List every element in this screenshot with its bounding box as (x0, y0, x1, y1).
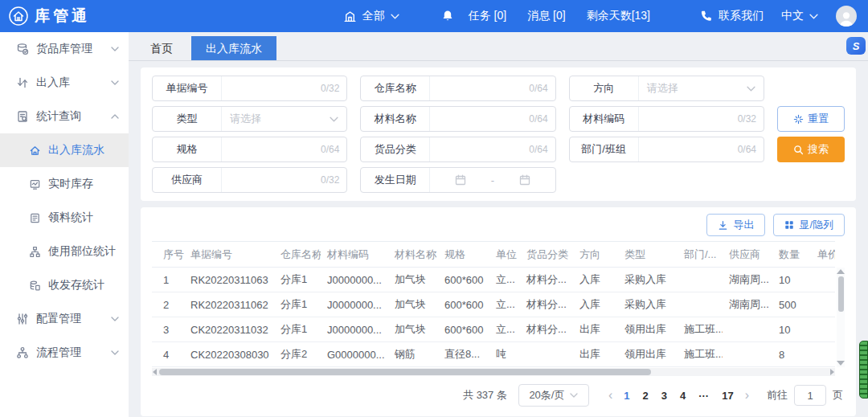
green-scroll-widget[interactable] (859, 341, 868, 399)
sidebar-item-goods-management[interactable]: 货品库管理 (0, 32, 129, 66)
table-cell: 分库2 (274, 342, 321, 367)
page-size-select[interactable]: 20条/页 (518, 384, 589, 407)
tab-inout-flow[interactable]: 出入库流水 (191, 36, 276, 60)
page-number[interactable]: ··· (698, 390, 709, 402)
category-input[interactable] (430, 137, 529, 161)
columns-label: 显/隐列 (799, 218, 833, 232)
supplier-input[interactable] (222, 168, 321, 192)
goto-page-input[interactable] (794, 385, 826, 406)
sidebar-item-config-management[interactable]: 配置管理 (0, 302, 129, 336)
scroll-left-arrow-icon[interactable] (153, 369, 157, 375)
calendar-icon[interactable] (455, 174, 466, 186)
sidebar-item-label: 收发存统计 (48, 278, 104, 292)
column-header: 部门/... (678, 242, 723, 268)
department-input[interactable] (639, 137, 738, 161)
next-page-button[interactable]: › (745, 388, 749, 403)
table-cell: 600*600 (438, 292, 489, 317)
sidebar-item-inout-flow[interactable]: 出入库流水 (0, 133, 129, 167)
table-cell: 2 (152, 292, 184, 317)
char-counter: 0/64 (738, 144, 764, 155)
sparkle-icon (793, 114, 804, 125)
material-name-input[interactable] (430, 107, 529, 131)
material-code-input[interactable] (639, 107, 738, 131)
char-counter: 0/64 (529, 144, 555, 155)
vertical-scrollbar[interactable] (837, 268, 845, 367)
chevron-down-icon (111, 317, 119, 321)
sidebar-item-process-management[interactable]: 流程管理 (0, 336, 129, 370)
spec-input[interactable] (222, 137, 321, 161)
table-cell: 采购入库 (618, 268, 678, 292)
user-avatar[interactable] (836, 6, 857, 27)
scroll-down-arrow-icon[interactable] (837, 361, 845, 366)
field-label: 仓库名称 (361, 76, 430, 100)
table-cell: 吨 (489, 342, 520, 367)
sidebar-item-material-stats[interactable]: 领料统计 (0, 201, 129, 235)
reset-button[interactable]: 重置 (777, 106, 845, 132)
logo-house-icon (8, 6, 29, 27)
table-cell: 3 (152, 317, 184, 342)
field-label: 供应商 (153, 168, 222, 192)
contact-us-link[interactable]: 联系我们 (700, 9, 764, 23)
table-cell: 湖南周... (723, 292, 772, 317)
page-number[interactable]: 17 (722, 390, 733, 402)
horizontal-scroll-thumb[interactable] (159, 369, 651, 375)
scope-selector[interactable]: 全部 (343, 9, 399, 23)
sidebar-item-label: 使用部位统计 (48, 244, 116, 259)
tasks-link[interactable]: 任务 [0] (469, 9, 506, 23)
page-number[interactable]: 4 (680, 390, 686, 402)
tab-home[interactable]: 首页 (138, 36, 185, 60)
field-label: 发生日期 (361, 168, 430, 192)
sliders-icon (16, 313, 29, 325)
show-hide-columns-button[interactable]: 显/隐列 (773, 214, 845, 236)
horizontal-scrollbar[interactable] (152, 368, 835, 376)
prev-page-button[interactable]: ‹ (608, 388, 612, 403)
scroll-up-arrow-icon[interactable] (837, 269, 845, 274)
table-row[interactable]: 2RK20220311062分库1J0000000...加气块600*600立.… (152, 292, 835, 317)
floating-widget-icon[interactable]: S (846, 37, 866, 55)
scroll-right-arrow-icon[interactable] (830, 369, 834, 375)
column-header: 方向 (573, 242, 618, 268)
field-label: 方向 (570, 76, 639, 100)
messages-link[interactable]: 消息 [0] (527, 9, 565, 23)
table-row[interactable]: 4CK20220308030分库2G0000000...钢筋直径8...吨出库领… (152, 342, 835, 367)
field-label: 材料名称 (361, 107, 430, 131)
vertical-scroll-thumb[interactable] (838, 276, 844, 312)
export-button[interactable]: 导出 (706, 214, 765, 236)
filter-field-material-code: 材料编码 0/32 (569, 106, 764, 132)
days-left-label: 剩余天数[13] (587, 9, 650, 23)
scope-label: 全部 (362, 9, 385, 23)
stacked-books-icon (29, 280, 41, 292)
sidebar-item-realtime-stock[interactable]: 实时库存 (0, 167, 129, 201)
chevron-up-icon (111, 114, 119, 119)
sidebar-item-in-out[interactable]: 出入库 (0, 66, 129, 100)
table-cell (723, 342, 772, 367)
table-cell: 加气块 (388, 268, 438, 292)
sidebar-item-inout-balance-stats[interactable]: 收发存统计 (0, 268, 129, 302)
sidebar-item-usage-stats[interactable]: 使用部位统计 (0, 235, 129, 268)
table-cell: 采购入库 (618, 292, 678, 317)
search-icon (793, 145, 804, 155)
sidebar-item-statistics[interactable]: 统计查询 (0, 100, 129, 133)
direction-select[interactable]: 请选择 (639, 76, 764, 100)
house-icon (29, 145, 41, 157)
char-counter: 0/64 (321, 144, 346, 155)
warehouse-input[interactable] (430, 76, 529, 100)
table-row[interactable]: 1RK20220311063分库1J0000000...加气块600*600立.… (152, 268, 835, 292)
type-select[interactable]: 请选择 (222, 107, 346, 131)
table-row[interactable]: 3CK20220311032分库1J0000000...加气块600*600立.… (152, 317, 835, 342)
table-cell: 施工班... (678, 317, 723, 342)
chevron-down-icon (111, 80, 119, 85)
page-number[interactable]: 1 (624, 390, 629, 402)
calendar-icon[interactable] (519, 174, 530, 186)
table-cell: RK20220311062 (184, 292, 274, 317)
search-button[interactable]: 搜索 (777, 137, 845, 162)
language-selector[interactable]: 中文 (781, 9, 818, 23)
page-number[interactable]: 2 (643, 390, 649, 402)
filter-field-doc-no: 单据编号 0/32 (152, 76, 347, 101)
doc-no-input[interactable] (222, 76, 321, 100)
page-number[interactable]: 3 (661, 390, 667, 402)
main-content: S 首页 出入库流水 单据编号 0/32 仓库名称 0/64 方向 请选择 (129, 32, 868, 417)
page-list: 1234···17 (617, 390, 739, 402)
app-logo: 库管通 (8, 6, 90, 27)
notification-bell[interactable] (441, 10, 454, 22)
